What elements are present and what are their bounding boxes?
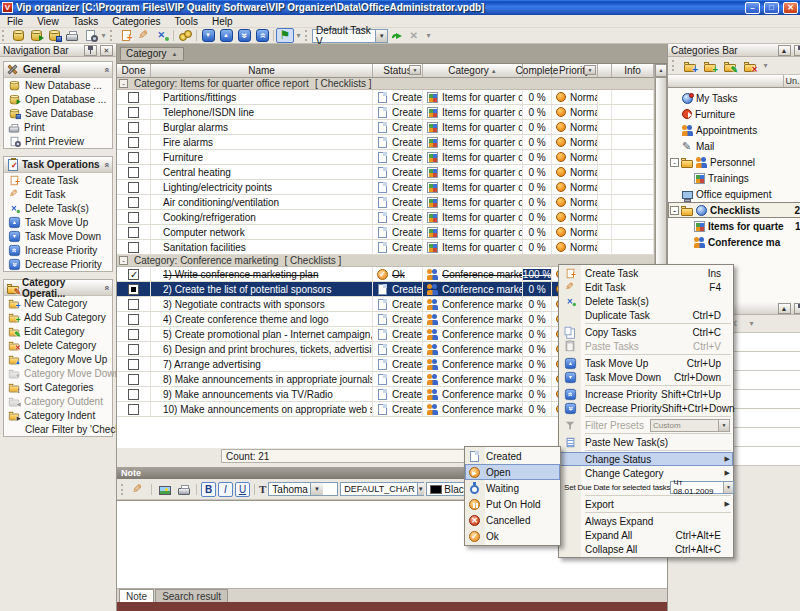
table-row[interactable]: Partitions/fittingsCreatedItems for quar… xyxy=(117,90,654,105)
pin-button[interactable] xyxy=(794,45,800,56)
nav-item-clear-filter-by-checklists[interactable]: Clear Filter by 'Checklists' xyxy=(4,422,112,436)
menu-item-set-due-date-for-selected-tasks[interactable]: Set Due Date for selected tasksЧт 08.01.… xyxy=(559,480,733,494)
table-row[interactable]: FurnitureCreatedItems for quarter office… xyxy=(117,150,654,165)
task-done-checkbox[interactable] xyxy=(128,107,139,118)
decrease-priority-button[interactable] xyxy=(235,28,253,43)
column-header-priority[interactable]: Priority▼ xyxy=(552,64,598,77)
create-task-button[interactable] xyxy=(117,28,135,43)
column-header-name[interactable]: Name xyxy=(151,64,373,77)
table-row[interactable]: Burglar alarmsCreatedItems for quarter o… xyxy=(117,120,654,135)
collapse-panel-button[interactable]: ▲ xyxy=(778,303,791,314)
delete-category-button[interactable] xyxy=(741,58,759,73)
nav-item-edit-task[interactable]: Edit Task xyxy=(4,187,112,201)
task-done-checkbox[interactable] xyxy=(128,344,139,355)
menu-item-task-move-down[interactable]: Task Move DownCtrl+Down xyxy=(559,370,733,384)
menu-combo[interactable]: Чт 08.01.2009▼ xyxy=(670,481,734,494)
menu-item-paste-tasks[interactable]: Paste TasksCtrl+V xyxy=(559,339,733,353)
menu-item-paste-new-task-s[interactable]: Paste New Task(s) xyxy=(559,435,733,449)
dropdown-button[interactable]: ▼ xyxy=(310,483,323,495)
task-done-checkbox[interactable] xyxy=(128,167,139,178)
menu-item-change-status[interactable]: Change Status▶ xyxy=(559,452,733,466)
table-row[interactable]: Fire alarmsCreatedItems for quarter offi… xyxy=(117,135,654,150)
collapse-chevron-icon[interactable]: « xyxy=(101,162,111,167)
task-done-checkbox[interactable] xyxy=(128,299,139,310)
column-header-complete[interactable]: Complete xyxy=(523,64,552,77)
task-done-checkbox[interactable] xyxy=(128,374,139,385)
category-tree-item-furniture[interactable]: Furniture11 xyxy=(668,106,800,122)
collapse-chevron-icon[interactable]: « xyxy=(101,285,111,290)
toolbar-grip[interactable] xyxy=(2,30,6,41)
nav-item-edit-category[interactable]: Edit Category xyxy=(4,324,112,338)
menu-item-expand-all[interactable]: Expand AllCtrl+Alt+E xyxy=(559,528,733,542)
column-header-done[interactable]: Done xyxy=(117,64,151,77)
italic-button[interactable]: I xyxy=(218,482,233,497)
menu-help[interactable]: Help xyxy=(205,16,240,27)
task-move-down-button[interactable] xyxy=(199,28,217,43)
menu-item-increase-priority[interactable]: Increase PriorityShift+Ctrl+Up xyxy=(559,387,733,401)
task-done-checkbox[interactable] xyxy=(128,227,139,238)
task-view-combo[interactable]: Default Task V ▼ xyxy=(312,29,388,43)
filter-dropdown-icon[interactable]: ▼ xyxy=(409,65,421,75)
table-row[interactable]: Telephone/ISDN lineCreatedItems for quar… xyxy=(117,105,654,120)
nav-item-category-indent[interactable]: Category Indent xyxy=(4,408,112,422)
collapse-node-icon[interactable]: - xyxy=(670,158,679,167)
task-done-checkbox[interactable] xyxy=(128,284,139,295)
new-category-button[interactable] xyxy=(681,58,699,73)
category-tree-item-checklists[interactable]: -Checklists2021 xyxy=(668,202,800,218)
menu-item-export[interactable]: Export▶ xyxy=(559,497,733,511)
increase-priority-button[interactable] xyxy=(253,28,271,43)
new-database-button[interactable] xyxy=(9,28,27,43)
nav-item-delete-category[interactable]: Delete Category xyxy=(4,338,112,352)
column-header-reminder[interactable] xyxy=(598,64,612,77)
nav-item-print[interactable]: Print xyxy=(4,120,112,134)
print-preview-button[interactable] xyxy=(81,28,99,43)
menu-item-delete-task-s[interactable]: Delete Task(s) xyxy=(559,294,733,308)
nav-item-new-database[interactable]: New Database ... xyxy=(4,78,112,92)
category-tree-item-items-for-quarte[interactable]: Items for quarte1111 xyxy=(668,218,800,234)
category-tree-item-mail[interactable]: Mail11 xyxy=(668,138,800,154)
nav-item-print-preview[interactable]: Print Preview xyxy=(4,134,112,148)
task-done-checkbox[interactable] xyxy=(128,314,139,325)
submenu-item-ok[interactable]: Ok xyxy=(465,528,560,544)
font-family-combo[interactable]: Tahoma ▼ xyxy=(268,482,338,496)
toolbar-grip[interactable] xyxy=(305,30,309,41)
table-row[interactable]: Lighting/electricity pointsCreatedItems … xyxy=(117,180,654,195)
menu-item-create-task[interactable]: Create TaskIns xyxy=(559,266,733,280)
dropdown-button[interactable]: ▼ xyxy=(718,420,729,431)
underline-button[interactable]: U xyxy=(235,482,250,497)
nav-item-open-database[interactable]: Open Database ... xyxy=(4,92,112,106)
dropdown-button[interactable]: ▼ xyxy=(375,30,387,42)
nav-item-sort-categories[interactable]: Sort Categories xyxy=(4,380,112,394)
menu-item-copy-tasks[interactable]: Copy TasksCtrl+C xyxy=(559,325,733,339)
menu-item-duplicate-task[interactable]: Duplicate TaskCtrl+D xyxy=(559,308,733,322)
bold-button[interactable]: B xyxy=(201,482,216,497)
table-row[interactable]: Sanitation facilitiesCreatedItems for qu… xyxy=(117,240,654,255)
nav-item-task-move-down[interactable]: Task Move Down xyxy=(4,229,112,243)
table-row[interactable]: Computer networkCreatedItems for quarter… xyxy=(117,225,654,240)
nav-item-increase-priority[interactable]: Increase Priority xyxy=(4,243,112,257)
insert-image-button[interactable] xyxy=(156,481,173,497)
nav-section-header[interactable]: Task Operations« xyxy=(4,157,112,173)
menu-view[interactable]: View xyxy=(30,16,66,27)
flag-filter-button[interactable] xyxy=(276,28,294,43)
column-header-info[interactable]: Info xyxy=(612,64,654,77)
toolbar-overflow-icon[interactable]: ▾ xyxy=(761,59,770,72)
save-database-button[interactable] xyxy=(45,28,63,43)
category-tree-item-my-tasks[interactable]: My Tasks xyxy=(668,90,800,106)
submenu-item-created[interactable]: Created xyxy=(465,448,560,464)
scroll-up-icon[interactable]: ▲ xyxy=(655,64,667,77)
table-row[interactable]: Cooking/refrigerationCreatedItems for qu… xyxy=(117,210,654,225)
category-tree-item-office-equipment[interactable]: Office equipment xyxy=(668,186,800,202)
task-done-checkbox[interactable] xyxy=(128,359,139,370)
toolbar-grip[interactable] xyxy=(672,60,676,71)
task-done-checkbox[interactable] xyxy=(128,92,139,103)
menu-categories[interactable]: Categories xyxy=(105,16,167,27)
submenu-item-cancelled[interactable]: Cancelled xyxy=(465,512,560,528)
nav-item-category-move-up[interactable]: Category Move Up xyxy=(4,352,112,366)
column-header-category[interactable]: Category▲ xyxy=(423,64,523,77)
toolbar-grip[interactable] xyxy=(110,30,114,41)
nav-section-header[interactable]: General« xyxy=(4,62,112,78)
task-done-checkbox[interactable] xyxy=(128,137,139,148)
print-button[interactable] xyxy=(63,28,81,43)
toolbar-overflow-icon[interactable]: ▾ xyxy=(747,317,756,330)
